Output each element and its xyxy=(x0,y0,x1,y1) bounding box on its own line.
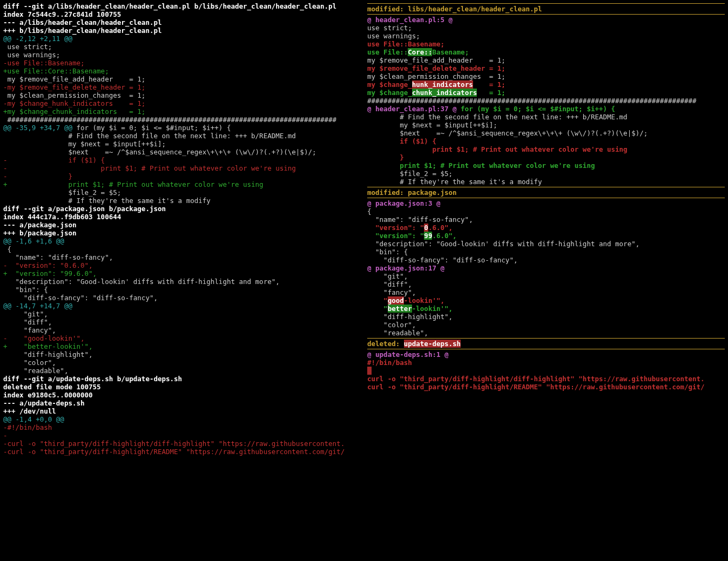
diff-line: use File::Basename; xyxy=(367,40,725,48)
diff-line: -curl -o "third_party/diff-highlight/REA… xyxy=(3,448,361,456)
diff-segment: "version": " xyxy=(367,232,424,240)
diff-line: use warnings; xyxy=(3,51,361,59)
diff-line: # If they're the same it's a modify xyxy=(3,197,361,205)
diff-line: - "version": "0.6.0", xyxy=(3,261,361,269)
diff-line: +my $change_chunk_indicators = 1; xyxy=(3,107,361,116)
diff-line: "better-lookin'", xyxy=(367,305,725,313)
diff-line: my $clean_permission_changes = 1; xyxy=(3,91,361,99)
section-rule xyxy=(367,198,725,198)
diff-line: my $next = $input[++$i]; xyxy=(3,140,361,148)
diff-line: "color", xyxy=(3,359,361,367)
diff-line: +++ /dev/null xyxy=(3,407,361,415)
diff-line: -#!/bin/bash xyxy=(3,423,361,431)
diff-segment: my $change_ xyxy=(367,89,412,97)
section-rule xyxy=(367,338,725,339)
diff-line: @ package.json:17 @ xyxy=(367,264,725,272)
diff-line: "version": "0.6.0", xyxy=(367,224,725,232)
right-pane-fancy-diff: modified: libs/header_clean/header_clean… xyxy=(364,0,728,561)
diff-line xyxy=(367,367,725,375)
diff-line: + "better-lookin'", xyxy=(3,342,361,350)
diff-line: @@ -14,7 +14,7 @@ xyxy=(3,302,361,310)
diff-line: # Find the second file on the next line:… xyxy=(3,132,361,140)
diff-line: print $1; # Print out whatever color we'… xyxy=(367,145,725,153)
diff-segment: -lookin'", xyxy=(404,296,444,305)
diff-line: deleted file mode 100755 xyxy=(3,383,361,391)
diff-line: +++ b/package.json xyxy=(3,229,361,237)
diff-segment: for (my $i = 0; $i <= $#input; $i++) { xyxy=(72,124,231,132)
diff-line: @@ -1,6 +1,6 @@ xyxy=(3,237,361,245)
diff-line: ########################################… xyxy=(367,97,725,105)
diff-line: diff --git a/package.json b/package.json xyxy=(3,205,361,213)
diff-segment: Core:: xyxy=(408,48,432,56)
diff-line: ########################################… xyxy=(3,116,361,124)
diff-line: "diff-so-fancy": "diff-so-fancy", xyxy=(367,256,725,264)
diff-segment: .6.0", xyxy=(432,232,456,240)
diff-line: "fancy", xyxy=(367,288,725,296)
diff-segment: = 1; xyxy=(473,80,505,89)
diff-line: @@ -1,4 +0,0 @@ xyxy=(3,415,361,423)
diff-line: { xyxy=(367,207,725,215)
diff-segment: use File:: xyxy=(367,48,408,56)
diff-line: "bin": { xyxy=(367,248,725,256)
diff-line: modified: libs/header_clean/header_clean… xyxy=(367,5,725,13)
diff-line: "description": "Good-lookin' diffs with … xyxy=(3,278,361,286)
diff-line: curl -o "third_party/diff-highlight/READ… xyxy=(367,383,725,391)
diff-line: diff --git a/update-deps.sh b/update-dep… xyxy=(3,375,361,383)
diff-segment: chunk_indicators xyxy=(412,89,477,97)
diff-segment: -lookin'", xyxy=(412,305,453,313)
diff-line: "git", xyxy=(367,272,725,280)
diff-line: "diff", xyxy=(3,318,361,326)
diff-line: @@ -2,12 +2,11 @@ xyxy=(3,35,361,43)
diff-line: "readable", xyxy=(367,329,725,337)
diff-line: "name": "diff-so-fancy", xyxy=(3,253,361,261)
diff-segment: " xyxy=(367,305,388,313)
diff-line: -use File::Basename; xyxy=(3,59,361,67)
diff-line: my $change_hunk_indicators = 1; xyxy=(367,80,725,89)
diff-line: deleted: update-deps.sh xyxy=(367,340,725,348)
diff-line: "color", xyxy=(367,321,725,329)
diff-line: use strict; xyxy=(3,43,361,51)
diff-line: my $remove_file_add_header = 1; xyxy=(367,56,725,64)
diff-line: +++ b/libs/header_clean/header_clean.pl xyxy=(3,26,361,35)
diff-line: my $remove_file_delete_header = 1; xyxy=(367,64,725,72)
diff-line: modified: package.json xyxy=(367,188,725,197)
diff-line: curl -o "third_party/diff-highlight/diff… xyxy=(367,375,725,383)
diff-line: -curl -o "third_party/diff-highlight/dif… xyxy=(3,440,361,448)
section-rule xyxy=(367,187,725,187)
diff-line: - xyxy=(3,431,361,440)
diff-segment: "version": " xyxy=(367,224,424,232)
diff-line: --- a/update-deps.sh xyxy=(3,399,361,407)
diff-segment: = 1; xyxy=(477,89,505,97)
diff-segment: hunk_indicators xyxy=(412,80,473,89)
diff-line: "git", xyxy=(3,310,361,318)
diff-line: - if ($1) { xyxy=(3,156,361,164)
diff-line: + print $1; # Print out whatever color w… xyxy=(3,180,361,188)
diff-line: print $1; # Print out whatever color we'… xyxy=(367,161,725,170)
diff-line: #!/bin/bash xyxy=(367,359,725,367)
section-rule xyxy=(367,14,725,15)
diff-line: my $clean_permission_changes = 1; xyxy=(367,72,725,80)
diff-segment: good xyxy=(388,296,404,305)
diff-segment: " xyxy=(367,296,388,305)
diff-segment: .6.0", xyxy=(428,224,453,232)
diff-line: my $change_chunk_indicators = 1; xyxy=(367,89,725,97)
diff-line: @ package.json:3 @ xyxy=(367,199,725,207)
diff-line: my $remove_file_add_header = 1; xyxy=(3,75,361,83)
diff-line: { xyxy=(3,245,361,253)
section-rule xyxy=(367,349,725,349)
diff-line: @@ -35,9 +34,7 @@ for (my $i = 0; $i <= … xyxy=(3,124,361,132)
diff-line: "version": "99.6.0", xyxy=(367,232,725,240)
diff-line: index 444c17a..f9db603 100644 xyxy=(3,213,361,221)
diff-line: "diff", xyxy=(367,280,725,288)
diff-line: "diff-highlight", xyxy=(367,313,725,321)
diff-segment: 0 xyxy=(424,224,428,232)
diff-line: diff --git a/libs/header_clean/header_cl… xyxy=(3,2,361,10)
diff-line: "fancy", xyxy=(3,326,361,334)
diff-segment: @@ -35,9 +34,7 @@ xyxy=(3,124,72,132)
diff-line: @ header_clean.pl:5 @ xyxy=(367,16,725,24)
diff-segment: 99 xyxy=(424,232,432,240)
diff-segment: @ header_clean.pl:37 @ xyxy=(367,105,461,113)
diff-line: +use File::Core::Basename; xyxy=(3,67,361,75)
diff-line: "good-lookin'", xyxy=(367,296,725,305)
diff-line: use strict; xyxy=(367,24,725,32)
